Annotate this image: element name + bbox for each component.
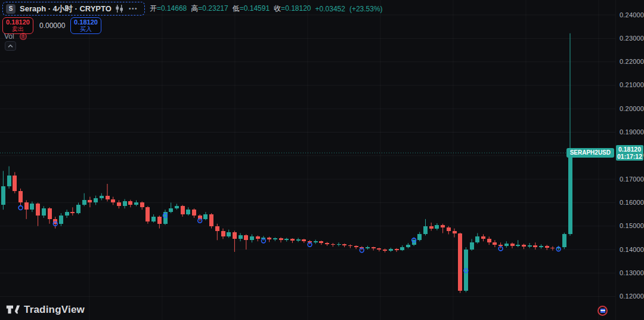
candle-body: [233, 232, 237, 239]
tradingview-chart-app: 0.240000.230000.220000.210000.200000.190…: [0, 0, 644, 320]
candle-body: [36, 204, 40, 216]
candle-body: [447, 227, 451, 231]
price-tick-label: 0.19000: [620, 128, 644, 136]
volume-indicator-label[interactable]: Vol: [4, 32, 14, 41]
candle-body: [215, 226, 219, 231]
candle-body: [203, 214, 208, 219]
candle-body: [134, 202, 138, 205]
candle-body: [169, 208, 173, 212]
candle-body: [458, 233, 462, 290]
candle-body: [221, 231, 225, 237]
candle-body: [435, 225, 439, 229]
candle-body: [145, 207, 150, 221]
bar-countdown: 01:17:12: [616, 153, 643, 160]
candle-body: [331, 244, 335, 245]
candle-body: [175, 206, 179, 208]
candle-body: [354, 246, 358, 247]
sell-button[interactable]: 0.18120 卖出: [2, 17, 33, 34]
candle-body: [562, 234, 566, 247]
change-value: +0.03452: [315, 5, 345, 13]
candle-body: [13, 176, 17, 191]
symbol-logo: S: [6, 4, 16, 14]
candle-body: [256, 236, 260, 239]
tradingview-logo-text: TradingView: [24, 304, 85, 316]
price-tick-label: 0.22000: [620, 58, 644, 65]
candle-body: [30, 204, 34, 210]
candle-body: [377, 248, 381, 250]
candle-body: [371, 247, 376, 248]
candle-body: [499, 245, 503, 246]
candle-body: [76, 205, 80, 213]
candle-body: [48, 208, 52, 219]
candle-body: [123, 201, 127, 206]
candle-body: [406, 245, 410, 247]
price-tick-label: 0.23000: [620, 35, 644, 42]
candlestick-style-icon[interactable]: [116, 5, 123, 13]
candle-body: [117, 202, 121, 206]
candle-body: [481, 236, 485, 239]
candle-body: [128, 201, 132, 205]
price-tick-label: 0.21000: [620, 81, 644, 88]
candle-body: [279, 238, 283, 240]
candle-body: [24, 202, 29, 210]
price-tick-label: 0.24000: [620, 11, 644, 19]
candle-body: [88, 200, 92, 202]
candle-body: [423, 226, 428, 235]
candle-body: [337, 244, 341, 245]
candlestick-chart[interactable]: [0, 0, 615, 320]
data-problem-icon[interactable]: [597, 306, 608, 316]
candle-body: [100, 196, 104, 198]
candle-body: [65, 212, 69, 216]
ohlc-legend: 开0.14668 高0.23217 低0.14591 收0.18120 +0.0…: [150, 4, 383, 14]
collapse-pane-button[interactable]: [5, 41, 16, 51]
more-options-icon[interactable]: •••: [128, 5, 139, 12]
open-value: 0.14668: [157, 4, 187, 13]
candle-body: [290, 239, 295, 241]
candle-body: [82, 200, 86, 205]
volume-indicator-row: Vol !: [4, 32, 27, 41]
spread-value: 0.00000: [39, 21, 64, 30]
symbol-selector[interactable]: S Seraph · 4小时 · CRYPTO •••: [2, 2, 145, 16]
candle-body: [319, 241, 323, 243]
price-tick-label: 0.17000: [620, 176, 644, 183]
trade-marker-icon[interactable]: [18, 206, 23, 210]
candle-body: [296, 239, 301, 241]
price-tick-label: 0.13000: [620, 269, 644, 276]
price-tick-label: 0.12000: [620, 293, 644, 300]
chart-legend-header: S Seraph · 4小时 · CRYPTO ••• 开0.14668 高0.…: [2, 2, 383, 16]
candle-body: [493, 242, 497, 245]
candle-body: [106, 196, 110, 199]
high-value: 0.23217: [198, 4, 228, 13]
close-label: 收: [274, 4, 281, 13]
price-tick-label: 0.14000: [620, 246, 644, 253]
candle-body: [366, 247, 370, 248]
candle-body: [417, 234, 422, 240]
candle-body: [528, 245, 532, 247]
candle-body: [1, 186, 5, 205]
flag-glyph: [600, 309, 605, 313]
candle-body: [273, 238, 277, 239]
buy-button[interactable]: 0.18120 买入: [70, 17, 101, 34]
candle-body: [302, 239, 306, 241]
candle-body: [325, 243, 329, 244]
candle-body: [111, 199, 115, 203]
candle-body: [568, 153, 572, 234]
candle-body: [70, 212, 75, 213]
candle-body: [59, 216, 63, 224]
candle-body: [94, 198, 98, 203]
candle-body: [244, 235, 248, 240]
sell-label: 卖出: [3, 26, 33, 32]
high-label: 高: [191, 4, 198, 13]
candle-body: [42, 208, 46, 216]
tradingview-logo[interactable]: TradingView: [6, 303, 85, 316]
candle-body: [395, 249, 399, 250]
candle-body: [516, 245, 520, 246]
candle-body: [267, 238, 271, 239]
current-price-label: 0.18120 01:17:12: [616, 145, 643, 161]
symbol-title[interactable]: Seraph · 4小时 · CRYPTO: [20, 4, 112, 14]
change-percent: (+23.53%): [349, 5, 383, 13]
candle-body: [250, 236, 254, 240]
candle-body: [314, 241, 318, 242]
candle-body: [470, 242, 474, 250]
indicator-alert-icon[interactable]: !: [20, 33, 27, 40]
